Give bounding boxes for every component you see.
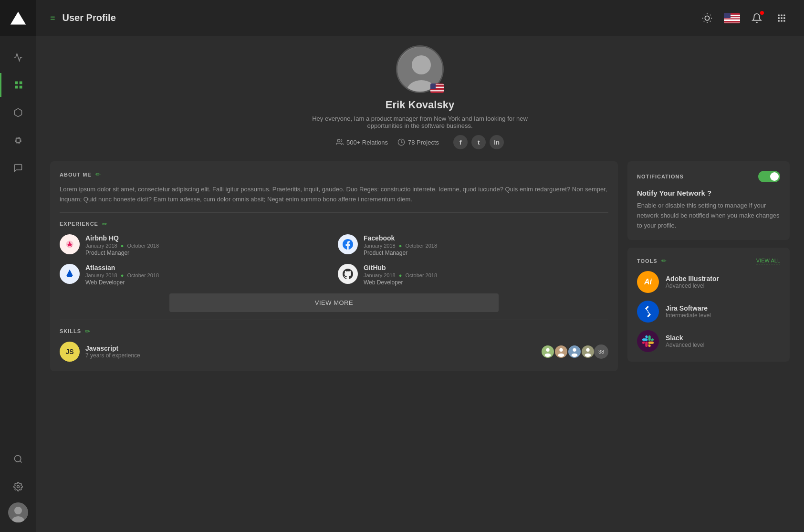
sidebar-bottom xyxy=(0,447,36,532)
sidebar-item-activity[interactable] xyxy=(0,45,36,69)
activity-icon xyxy=(13,52,23,62)
apps-icon[interactable] xyxy=(773,10,790,26)
github-logo xyxy=(338,264,358,284)
svg-rect-1 xyxy=(15,82,18,84)
exp-item-facebook: Facebook January 2018 ● October 2018 Pro… xyxy=(338,234,608,256)
user-avatar[interactable] xyxy=(8,502,28,522)
us-flag-canton xyxy=(724,13,731,19)
svg-point-8 xyxy=(17,486,19,488)
svg-point-35 xyxy=(546,348,549,351)
slack-level: Advanced level xyxy=(666,342,704,348)
notifications-title: NOTIFICATIONS xyxy=(637,174,684,179)
logo-icon xyxy=(10,10,27,27)
skills-edit-icon[interactable]: ✏ xyxy=(85,328,90,335)
svg-rect-5 xyxy=(16,138,20,142)
svg-line-19 xyxy=(704,21,704,21)
skills-title: SKILLS xyxy=(60,328,81,334)
svg-rect-28 xyxy=(781,20,782,21)
jira-icon xyxy=(642,306,654,317)
divider xyxy=(60,212,608,213)
tools-view-all[interactable]: VIEW ALL xyxy=(756,258,780,264)
user-4-avatar xyxy=(583,346,593,357)
svg-point-33 xyxy=(337,139,340,142)
sidebar-item-settings[interactable] xyxy=(0,475,36,499)
grid-icon xyxy=(14,80,23,90)
facebook-info: Facebook January 2018 ● October 2018 Pro… xyxy=(364,234,437,256)
illustrator-symbol: Ai xyxy=(644,278,652,286)
github-dates: January 2018 ● October 2018 xyxy=(364,272,437,278)
svg-point-40 xyxy=(572,353,578,356)
tools-card-header: TOOLS ✏ VIEW ALL xyxy=(637,257,780,264)
sidebar-item-cube[interactable] xyxy=(0,101,36,125)
airbnb-role: Product Manager xyxy=(85,250,159,256)
slack-name: Slack xyxy=(666,334,704,342)
svg-point-42 xyxy=(585,353,591,356)
svg-rect-24 xyxy=(778,17,780,19)
svg-rect-4 xyxy=(20,86,22,89)
avatar-image xyxy=(8,502,28,522)
about-me-text: Lorem ipsum dolor sit amet, consectetur … xyxy=(60,185,608,205)
relations-count: 500+ Relations xyxy=(346,139,388,146)
user-1-avatar xyxy=(543,346,553,357)
jira-name: Jira Software xyxy=(666,304,711,312)
sidebar-item-chat[interactable] xyxy=(0,156,36,180)
svg-line-7 xyxy=(20,461,21,463)
hamburger-icon[interactable]: ≡ xyxy=(50,13,55,23)
left-column: ABOUT ME ✏ Lorem ipsum dolor sit amet, c… xyxy=(50,161,618,379)
svg-rect-2 xyxy=(20,82,22,84)
tools-card: TOOLS ✏ VIEW ALL Ai Adobe Illustrator Ad… xyxy=(627,248,790,362)
jira-logo xyxy=(637,301,659,323)
notifications-icon[interactable] xyxy=(749,10,765,26)
relations-icon xyxy=(336,138,344,146)
svg-rect-29 xyxy=(783,20,785,21)
skill-user-4 xyxy=(581,344,595,359)
twitter-link[interactable]: t xyxy=(471,135,486,149)
about-me-edit-icon[interactable]: ✏ xyxy=(95,171,101,178)
notifications-card: NOTIFICATIONS Notify Your Network ? Enab… xyxy=(627,161,790,240)
page-title: User Profile xyxy=(63,12,116,23)
profile-bio: Hey everyone, Iam a product manager from… xyxy=(301,115,539,129)
main-area: ≡ User Profile xyxy=(36,0,804,532)
github-role: Web Developer xyxy=(364,279,437,286)
facebook-link[interactable]: f xyxy=(453,135,468,149)
sidebar-item-dashboard[interactable] xyxy=(0,73,36,97)
view-more-button[interactable]: VIEW MORE xyxy=(169,293,499,312)
exp-item-atlassian: Atlassian January 2018 ● October 2018 We… xyxy=(60,264,330,286)
linkedin-link[interactable]: in xyxy=(490,135,504,149)
about-me-title: ABOUT ME xyxy=(60,172,92,177)
svg-marker-0 xyxy=(10,11,25,24)
svg-point-31 xyxy=(412,55,431,74)
svg-rect-3 xyxy=(15,86,18,89)
skill-user-3 xyxy=(567,344,582,359)
exp-item-airbnb: Airbnb HQ January 2018 ● October 2018 Pr… xyxy=(60,234,330,256)
relations-stat: 500+ Relations xyxy=(336,138,388,146)
svg-point-39 xyxy=(573,348,576,351)
sidebar-item-chip[interactable] xyxy=(0,128,36,152)
user-2-avatar xyxy=(556,346,566,357)
illustrator-level: Advanced level xyxy=(666,282,719,289)
tools-edit-icon[interactable]: ✏ xyxy=(661,257,667,264)
atlassian-role: Web Developer xyxy=(85,279,159,286)
facebook-role: Product Manager xyxy=(364,250,437,256)
projects-stat: 78 Projects xyxy=(397,138,439,146)
slack-icon xyxy=(642,335,654,347)
theme-icon[interactable] xyxy=(699,10,715,26)
svg-point-10 xyxy=(14,507,22,514)
settings-icon xyxy=(13,482,23,491)
atlassian-company: Atlassian xyxy=(85,264,159,271)
sidebar-item-search[interactable] xyxy=(0,447,36,471)
language-flag[interactable] xyxy=(724,13,740,23)
notifications-toggle[interactable] xyxy=(758,171,780,182)
svg-point-38 xyxy=(558,353,564,356)
projects-icon xyxy=(397,138,405,146)
app-logo[interactable] xyxy=(0,0,36,36)
svg-rect-22 xyxy=(781,14,782,16)
cube-icon xyxy=(13,108,23,117)
airbnb-info: Airbnb HQ January 2018 ● October 2018 Pr… xyxy=(85,234,159,256)
projects-count: 78 Projects xyxy=(408,139,439,146)
skill-badge-js: JS xyxy=(60,342,80,362)
skills-header: SKILLS ✏ xyxy=(60,328,608,335)
experience-edit-icon[interactable]: ✏ xyxy=(102,220,107,228)
svg-line-16 xyxy=(710,21,710,21)
skill-count: 38 xyxy=(594,344,608,359)
